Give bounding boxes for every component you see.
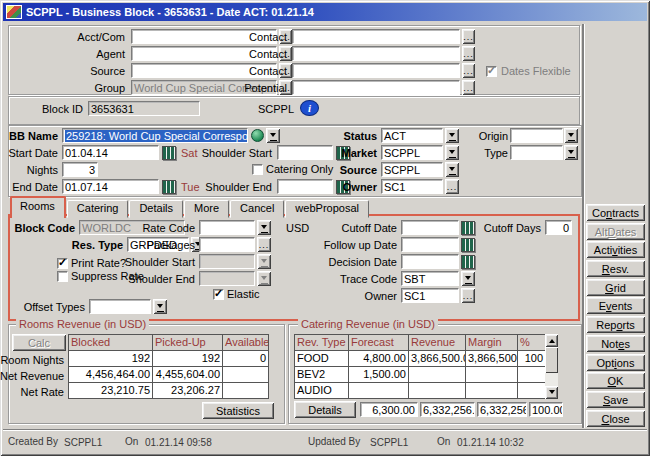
owner-lov-button[interactable]: ... xyxy=(445,179,459,194)
offset-types-label: Offset Types xyxy=(13,301,85,315)
rate-code-field[interactable] xyxy=(199,220,255,235)
tab-details[interactable]: Details xyxy=(129,200,183,218)
market-field[interactable]: SCPPL xyxy=(381,145,443,160)
decision-date-field[interactable] xyxy=(401,254,459,269)
contact1-lov-button[interactable]: ... xyxy=(462,29,475,44)
contact1-field[interactable] xyxy=(292,29,460,44)
side-separator xyxy=(582,24,584,428)
suppress-rate-checkbox[interactable] xyxy=(57,271,68,282)
side-button-reports[interactable]: Reports xyxy=(586,316,645,333)
rooms-owner-lov-button[interactable]: ... xyxy=(461,288,475,303)
side-button-activities[interactable]: Activities xyxy=(586,241,645,258)
catering-revenue-cell xyxy=(466,367,518,383)
catering-total-forecast: 6,300.00 xyxy=(360,402,418,417)
trace-code-label: Trace Code xyxy=(307,273,397,287)
window-title: SCPPL - Business Block - 3653631 - Date … xyxy=(26,6,314,18)
cutoff-date-field[interactable] xyxy=(401,220,459,235)
catering-table-scrollbar[interactable] xyxy=(545,334,558,399)
dates-flexible-checkbox[interactable] xyxy=(486,66,497,77)
rooms-revenue-title: Rooms Revenue (in USD) xyxy=(16,318,149,330)
type-dropdown-button[interactable] xyxy=(564,145,578,160)
info-icon[interactable]: i xyxy=(300,100,319,116)
statistics-button[interactable]: Statistics xyxy=(202,402,274,419)
bb-name-field[interactable]: 259218: World Cup Special Corresponsals xyxy=(62,128,248,143)
scroll-up-arrow[interactable] xyxy=(545,334,558,347)
catering-only-checkbox[interactable] xyxy=(252,164,263,175)
catering-revenue-cell: BEV2 xyxy=(295,367,349,383)
contact3-label: Contact xyxy=(220,65,287,79)
rooms-shoulder-start-field xyxy=(199,254,255,269)
updated-by-value: SCPPL1 xyxy=(370,437,408,448)
start-date-label: Start Date xyxy=(0,147,58,161)
bb-name-dropdown-button[interactable] xyxy=(266,128,280,143)
side-button-ok[interactable]: OK xyxy=(586,372,645,389)
details-button[interactable]: Details xyxy=(294,401,356,418)
packages-field[interactable] xyxy=(199,237,255,252)
catering-revenue-cell: 4,800.00 xyxy=(349,351,409,367)
offset-types-dropdown-button[interactable] xyxy=(153,299,167,314)
rooms-revenue-row-label: Room Nights xyxy=(0,354,64,368)
catering-total-margin: 6,332,256.00 xyxy=(477,402,527,417)
tab-cancel[interactable]: Cancel xyxy=(230,200,284,218)
contact2-field[interactable] xyxy=(292,46,460,61)
catering-revenue-cell: AUDIO xyxy=(295,383,349,399)
trace-code-field[interactable]: SBT xyxy=(401,271,459,286)
globe-icon[interactable] xyxy=(251,129,264,142)
potential-lov-button[interactable]: ... xyxy=(462,80,475,95)
titlebar: SCPPL - Business Block - 3653631 - Date … xyxy=(3,3,647,21)
contact3-field[interactable] xyxy=(292,63,460,78)
start-date-calendar-icon[interactable] xyxy=(162,146,176,160)
source2-field[interactable]: SCPPL xyxy=(381,162,443,177)
catering-total-pct: 100.00 xyxy=(529,402,563,417)
side-button-grid[interactable]: Grid xyxy=(586,279,645,296)
rooms-owner-field[interactable]: SC1 xyxy=(401,288,459,303)
side-button-contracts[interactable]: Contracts xyxy=(586,204,645,221)
tab-more[interactable]: More xyxy=(184,200,229,218)
owner-field[interactable]: SC1 xyxy=(381,179,443,194)
follow-up-date-label: Follow up Date xyxy=(307,239,397,253)
origin-dropdown-button[interactable] xyxy=(564,128,578,143)
tab-webproposal[interactable]: webProposal xyxy=(285,200,369,218)
tab-catering[interactable]: Catering xyxy=(67,200,129,218)
contact1-label: Contact xyxy=(220,31,287,45)
rooms-revenue-col-header: Picked-Up xyxy=(153,335,223,351)
group-label: Group xyxy=(20,82,125,96)
follow-up-calendar-icon[interactable] xyxy=(461,238,475,252)
end-date-field[interactable]: 01.07.14 xyxy=(62,179,159,194)
catering-revenue-cell xyxy=(518,383,546,399)
side-button-notes[interactable]: Notes xyxy=(586,335,645,352)
decision-calendar-icon[interactable] xyxy=(461,255,475,269)
origin-field[interactable] xyxy=(510,128,563,143)
scrollbar-thumb[interactable] xyxy=(545,347,558,373)
contact2-lov-button[interactable]: ... xyxy=(462,46,475,61)
status-field[interactable]: ACT xyxy=(381,128,443,143)
updated-by-label: Updated By xyxy=(308,436,360,447)
follow-up-date-field[interactable] xyxy=(401,237,459,252)
side-button-events[interactable]: Events xyxy=(586,297,645,314)
nights-field[interactable]: 3 xyxy=(62,162,98,177)
start-date-field[interactable]: 01.04.14 xyxy=(62,145,159,160)
offset-types-field[interactable] xyxy=(89,299,151,314)
scroll-down-arrow[interactable] xyxy=(545,386,558,399)
footer-separator xyxy=(3,429,647,430)
owner-label: Owner xyxy=(307,181,377,195)
side-button-save[interactable]: Save xyxy=(586,391,645,408)
cutoff-days-field[interactable]: 0 xyxy=(545,220,572,235)
side-button-resv[interactable]: Resv. xyxy=(586,260,645,277)
print-rate-checkbox[interactable] xyxy=(57,258,68,269)
trace-code-dropdown-button[interactable] xyxy=(461,271,475,286)
cutoff-days-label: Cutoff Days xyxy=(477,222,541,236)
tab-rooms[interactable]: Rooms xyxy=(10,196,66,218)
type-field[interactable] xyxy=(510,145,563,160)
cutoff-date-calendar-icon[interactable] xyxy=(461,221,475,235)
side-button-options[interactable]: Options xyxy=(586,354,645,371)
elastic-checkbox[interactable] xyxy=(213,289,224,300)
rate-code-dropdown-button[interactable] xyxy=(257,220,271,235)
end-date-calendar-icon[interactable] xyxy=(162,180,176,194)
potential-field[interactable] xyxy=(292,80,460,95)
source-dropdown-button[interactable] xyxy=(445,162,459,177)
packages-lov-button[interactable]: ... xyxy=(257,237,271,252)
contact3-lov-button[interactable]: ... xyxy=(462,63,475,78)
side-button-close[interactable]: Close xyxy=(586,410,645,427)
rooms-revenue-table: BlockedPicked-UpAvailable19219204,456,46… xyxy=(68,334,269,399)
